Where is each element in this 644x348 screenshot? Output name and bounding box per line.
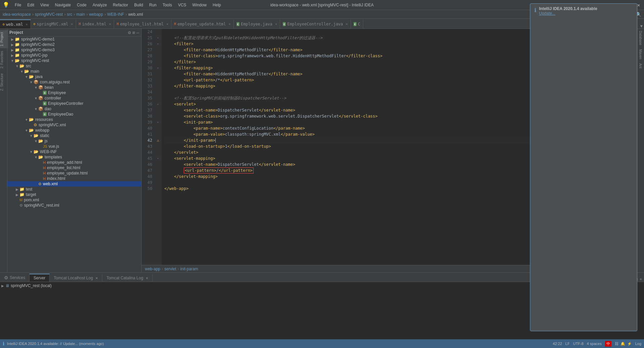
tab-employeelist-close[interactable]: ✕ xyxy=(166,22,168,26)
sidebar-tab-favorites[interactable]: 2: Favorites xyxy=(0,49,8,70)
tree-static[interactable]: ▼ 📂 static xyxy=(7,133,141,138)
git-icon[interactable]: ⛓ xyxy=(615,342,619,346)
bc-webinf[interactable]: WEB-INF xyxy=(107,12,124,17)
status-log[interactable]: Log xyxy=(635,342,641,346)
tree-vuejs[interactable]: JS vue.js xyxy=(7,144,141,149)
tab-employeejava-close[interactable]: ✕ xyxy=(275,22,277,26)
tab-employeejava[interactable]: c Employee.java ✕ xyxy=(234,19,280,28)
tree-target[interactable]: ▶ 📁 target xyxy=(7,192,141,197)
tab-close-tomcat1[interactable]: ✕ xyxy=(95,276,98,280)
tree-springmvc-demo3[interactable]: ▶ 📁 springMVC-demo3 xyxy=(7,47,141,53)
statusbar-message[interactable]: IntelliJ IDEA 2020.1.4 available: // Upd… xyxy=(7,342,104,346)
tab-springmvcxml[interactable]: ⚙ springMVC.xml ✕ xyxy=(31,19,76,28)
tab-employeecontroller-close[interactable]: ✕ xyxy=(346,22,348,26)
notification-icon[interactable]: 🔔 xyxy=(621,342,625,346)
fold-icon-36[interactable]: ▾ xyxy=(157,101,159,107)
menu-refactor[interactable]: Refactor xyxy=(110,2,131,8)
tree-iml[interactable]: ⚙ springMVC_rest.iml xyxy=(7,203,141,208)
tree-resources[interactable]: ▼ 📂 resources xyxy=(7,117,141,122)
fold-icon-39[interactable]: ▾ xyxy=(157,119,159,125)
menu-file[interactable]: File xyxy=(12,2,24,8)
menu-build[interactable]: Build xyxy=(131,2,146,8)
ebc-webapp[interactable]: web-app xyxy=(145,267,160,271)
tree-employee-list[interactable]: H employee_list.html xyxy=(7,165,141,170)
tab-webxml-close[interactable]: ✕ xyxy=(26,22,28,26)
tree-employeecontroller[interactable]: c EmployeeController xyxy=(7,101,141,106)
tree-test[interactable]: ▶ 📁 test xyxy=(7,187,141,192)
bc-idea-workspace[interactable]: idea-workspace xyxy=(3,12,31,17)
tab-employeeupdate[interactable]: H employee_update.html ✕ xyxy=(171,19,234,28)
sidebar-tab-ant[interactable]: Ant xyxy=(638,61,643,70)
panel-collapse-icon[interactable]: ≡ xyxy=(132,30,135,35)
menu-analyze[interactable]: Analyze xyxy=(90,2,110,8)
tab-employeecontroller[interactable]: c EmployeeController.java ✕ xyxy=(280,19,351,28)
panel-menu-icon[interactable]: – xyxy=(137,30,139,35)
tree-dao[interactable]: ▼ 📦 dao xyxy=(7,106,141,112)
tree-employee[interactable]: c Employee xyxy=(7,90,141,95)
menu-navigate[interactable]: Navigate xyxy=(52,2,73,8)
panel-settings-icon[interactable]: ⚙ xyxy=(128,30,131,35)
tree-employee-add[interactable]: H employee_add.html xyxy=(7,160,141,165)
sidebar-tab-maven[interactable]: Maven xyxy=(638,47,643,61)
tree-webapp[interactable]: ▼ 📂 webapp xyxy=(7,128,141,133)
tree-springmvcxml[interactable]: ⚙ springMVC.xml xyxy=(7,122,141,128)
tab-close-tomcat2[interactable]: ✕ xyxy=(146,276,148,280)
tree-index-html[interactable]: H index.html xyxy=(7,176,141,181)
tree-pomxml[interactable]: M pom.xml xyxy=(7,197,141,203)
tab-indexhtml-close[interactable]: ✕ xyxy=(109,22,111,26)
bt-icon5[interactable]: + xyxy=(640,277,642,282)
bc-src[interactable]: src xyxy=(67,12,72,17)
tree-controller[interactable]: ▼ 📦 controller xyxy=(7,95,141,101)
menu-window[interactable]: Window xyxy=(190,2,209,8)
menu-view[interactable]: View xyxy=(38,2,52,8)
tab-indexhtml[interactable]: H index.html ✕ xyxy=(76,19,114,28)
bottom-tab-tomcat-catalina[interactable]: Tomcat Catalina Log ✕ xyxy=(102,274,153,282)
bottom-tab-tomcat-localhost[interactable]: Tomcat Localhost Log ✕ xyxy=(50,274,102,282)
menu-vcs[interactable]: VCS xyxy=(175,2,189,8)
tree-springmvc-rest[interactable]: ▼ 📂 springMVC-rest xyxy=(7,58,141,63)
tree-main[interactable]: ▼ 📂 main xyxy=(7,69,141,74)
sidebar-tab-project[interactable]: 1: Project xyxy=(0,30,8,48)
tree-webinf[interactable]: ▼ 📂 WEB-INF xyxy=(7,149,141,154)
tab-webxml[interactable]: ⚙ web.xml ✕ xyxy=(0,19,31,28)
status-encoding[interactable]: UTF-8 xyxy=(573,342,583,346)
menu-edit[interactable]: Edit xyxy=(24,2,37,8)
tab-employeeupdate-close[interactable]: ✕ xyxy=(229,22,231,26)
fold-icon-25[interactable]: ▾ xyxy=(157,35,159,41)
bc-webapp[interactable]: webapp xyxy=(89,12,103,17)
tree-webxml[interactable]: ⚙ web.xml xyxy=(7,181,141,187)
fold-icon-26[interactable]: ▾ xyxy=(157,41,159,47)
fold-icon-30[interactable]: ▾ xyxy=(157,65,159,71)
ebc-initparam[interactable]: init-param xyxy=(180,267,198,271)
status-position[interactable]: 42:22 xyxy=(553,342,562,346)
tree-employeedao[interactable]: c EmployeeDao xyxy=(7,112,141,117)
tree-springmvc-demo2[interactable]: ▶ 📁 springMVC-demo2 xyxy=(7,42,141,47)
bc-main[interactable]: main xyxy=(76,12,85,17)
tree-bean[interactable]: ▼ 📦 bean xyxy=(7,85,141,90)
bottom-tab-server[interactable]: Server xyxy=(30,274,50,282)
sidebar-tab-structure[interactable]: Z: Structure xyxy=(0,71,8,93)
tree-springmvc-jsp[interactable]: ▶ 📁 springMVC-jsp xyxy=(7,53,141,58)
status-lf[interactable]: LF xyxy=(566,342,570,346)
notif-link[interactable]: Update... xyxy=(539,11,597,16)
tree-package[interactable]: ▼ 📦 com.atguigu.rest xyxy=(7,79,141,85)
tree-src[interactable]: ▼ 📂 src xyxy=(7,63,141,69)
tab-dropdown-icon[interactable]: ▼ xyxy=(640,24,643,28)
tree-employee-update[interactable]: H employee_update.html xyxy=(7,170,141,176)
bc-springmvc-rest[interactable]: springMVC-rest xyxy=(35,12,63,17)
menu-code[interactable]: Code xyxy=(74,2,89,8)
menu-tools[interactable]: Tools xyxy=(160,2,175,8)
fold-icon-45[interactable]: ▾ xyxy=(157,155,159,161)
menu-run[interactable]: Run xyxy=(147,2,159,8)
tree-springmvc-demo1[interactable]: ▶ 📁 springMVC-demo1 xyxy=(7,37,141,42)
power-icon[interactable]: ⚡ xyxy=(627,342,632,346)
tab-employeelist[interactable]: H employee_list.html ✕ xyxy=(114,19,171,28)
tab-springmvcxml-close[interactable]: ✕ xyxy=(71,22,73,26)
status-indent[interactable]: 4 spaces xyxy=(587,342,602,346)
status-chinese[interactable]: 中 xyxy=(605,341,611,347)
ebc-servlet[interactable]: servlet xyxy=(164,267,176,271)
sidebar-tab-database[interactable]: Database xyxy=(638,29,643,47)
tab-c[interactable]: c C xyxy=(351,19,364,28)
tree-java[interactable]: ▼ 📂 java xyxy=(7,74,141,79)
menu-help[interactable]: Help xyxy=(210,2,224,8)
